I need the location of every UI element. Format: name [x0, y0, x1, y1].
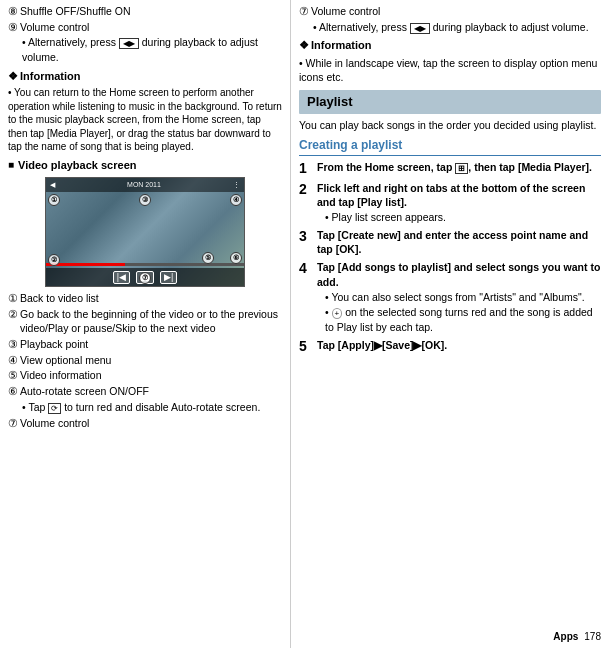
step-text-4: Tap [Add songs to playlist] and select s…	[317, 261, 600, 287]
video-section-label: Video playback screen	[18, 158, 136, 173]
step-text-5: Tap [Apply]▶[Save]▶[OK].	[317, 339, 447, 351]
info-header-right: Information	[299, 38, 601, 53]
ann-labels: ① Back to video list ② Go back to the be…	[8, 291, 282, 430]
info-text-right-content: While in landscape view, tap the screen …	[299, 57, 597, 84]
ann-num-4: ④	[8, 353, 20, 368]
creating-header: Creating a playlist	[299, 137, 601, 156]
ann-label-4: ④ View optional menu	[8, 353, 282, 368]
step-text-3: Tap [Create new] and enter the access po…	[317, 229, 588, 255]
ann-text-6: Auto-rotate screen ON/OFF	[20, 384, 282, 399]
steps-list: 1 From the Home screen, tap ⊞, then tap …	[299, 160, 601, 355]
page-num: 178	[584, 630, 601, 644]
ann-text-3: Playback point	[20, 337, 282, 352]
step-content-2: Flick left and right on tabs at the bott…	[317, 181, 601, 225]
ann-marker-2: ②	[48, 254, 60, 266]
item-text-shuffle: Shuffle OFF/Shuffle ON	[20, 4, 282, 19]
step-num-3: 3	[299, 228, 317, 245]
ann-text-7: Volume control	[20, 416, 282, 431]
ann-num-3: ③	[8, 337, 20, 352]
ann-label-6: ⑥ Auto-rotate screen ON/OFF	[8, 384, 282, 399]
ann-label-6sub: Tap ⟳ to turn red and disable Auto-rotat…	[8, 400, 282, 415]
right-column: ⑦ Volume control Alternatively, press ◀▶…	[290, 0, 609, 648]
page: ⑧ Shuffle OFF/Shuffle ON ⑨ Volume contro…	[0, 0, 609, 648]
step-content-4: Tap [Add songs to playlist] and select s…	[317, 260, 601, 333]
step-content-5: Tap [Apply]▶[Save]▶[OK].	[317, 338, 601, 352]
ann-text-4: View optional menu	[20, 353, 282, 368]
step-2: 2 Flick left and right on tabs at the bo…	[299, 181, 601, 225]
step-num-5: 5	[299, 338, 317, 355]
ann-marker-6: ⑥	[230, 252, 242, 264]
step-num-1: 1	[299, 160, 317, 177]
ann-label-1: ① Back to video list	[8, 291, 282, 306]
ann-text-2: Go back to the beginning of the video or…	[20, 307, 282, 336]
step-sub-2-1: Play list screen appears.	[317, 210, 601, 224]
right-vol-num: ⑦	[299, 4, 311, 19]
info-text-left: You can return to the Home screen to per…	[8, 86, 282, 154]
item-shuffle: ⑧ Shuffle OFF/Shuffle ON	[8, 4, 282, 19]
item-volume: ⑨ Volume control	[8, 20, 282, 35]
video-progress-bar	[46, 263, 244, 266]
ann-num-2: ②	[8, 307, 20, 336]
step-sub-4-1: You can also select songs from "Artists"…	[317, 290, 601, 304]
video-top-bar: ◀ MON 2011 ⋮	[46, 178, 244, 192]
ann-marker-5: ⑤	[202, 252, 214, 264]
ann-marker-1: ①	[48, 194, 60, 206]
video-menu-icon: ⋮	[233, 180, 240, 190]
step-num-2: 2	[299, 181, 317, 198]
playlist-intro: You can play back songs in the order you…	[299, 118, 601, 133]
video-timestamp: MON 2011	[127, 180, 161, 190]
step-4: 4 Tap [Add songs to playlist] and select…	[299, 260, 601, 333]
ann-num-7: ⑦	[8, 416, 20, 431]
ann-text-1: Back to video list	[20, 291, 282, 306]
step-5: 5 Tap [Apply]▶[Save]▶[OK].	[299, 338, 601, 355]
video-screen-container: ◀ MON 2011 ⋮ |◀ ▮▮ ▶| ① ② ③ ④ ⑤ ⑥	[45, 177, 245, 287]
item-num-8: ⑧	[8, 4, 20, 19]
apps-label: Apps	[553, 630, 578, 644]
video-screen: ◀ MON 2011 ⋮ |◀ ▮▮ ▶| ① ② ③ ④ ⑤ ⑥	[45, 177, 245, 287]
step-1: 1 From the Home screen, tap ⊞, then tap …	[299, 160, 601, 177]
ann-num-5: ⑤	[8, 368, 20, 383]
step-3: 3 Tap [Create new] and enter the access …	[299, 228, 601, 256]
step-sub-4-2: + on the selected song turns red and the…	[317, 305, 601, 334]
ann-text-5: Video information	[20, 368, 282, 383]
step-content-3: Tap [Create new] and enter the access po…	[317, 228, 601, 256]
ann-label-5: ⑤ Video information	[8, 368, 282, 383]
info-text-right: While in landscape view, tap the screen …	[299, 56, 601, 85]
step-num-4: 4	[299, 260, 317, 277]
right-vol-text: Volume control	[311, 4, 601, 19]
ann-label-2: ② Go back to the beginning of the video …	[8, 307, 282, 336]
right-vol-sub: Alternatively, press ◀▶ during playback …	[299, 20, 601, 35]
item-volume-sub: Alternatively, press ◀▶ during playback …	[8, 35, 282, 64]
video-back-icon: ◀	[50, 180, 55, 190]
playlist-header: Playlist	[299, 90, 601, 114]
ann-label-3: ③ Playback point	[8, 337, 282, 352]
video-section-header: Video playback screen	[8, 158, 282, 173]
step-text-1: From the Home screen, tap ⊞, then tap [M…	[317, 161, 592, 173]
video-skip-back[interactable]: |◀	[113, 271, 130, 284]
item-text-volume: Volume control	[20, 20, 282, 35]
left-column: ⑧ Shuffle OFF/Shuffle ON ⑨ Volume contro…	[0, 0, 290, 648]
ann-label-7: ⑦ Volume control	[8, 416, 282, 431]
info-text-content: You can return to the Home screen to per…	[8, 87, 282, 152]
item-num-9: ⑨	[8, 20, 20, 35]
ann-num-1: ①	[8, 291, 20, 306]
ann-marker-7: ⑦	[139, 272, 151, 284]
video-skip-fwd[interactable]: ▶|	[160, 271, 177, 284]
ann-num-6: ⑥	[8, 384, 20, 399]
page-footer: Apps 178	[553, 630, 601, 644]
ann-marker-4: ④	[230, 194, 242, 206]
ann-marker-3: ③	[139, 194, 151, 206]
right-vol-item: ⑦ Volume control	[299, 4, 601, 19]
info-header-left: Information	[8, 69, 282, 84]
step-content-1: From the Home screen, tap ⊞, then tap [M…	[317, 160, 601, 175]
step-text-2: Flick left and right on tabs at the bott…	[317, 182, 585, 208]
